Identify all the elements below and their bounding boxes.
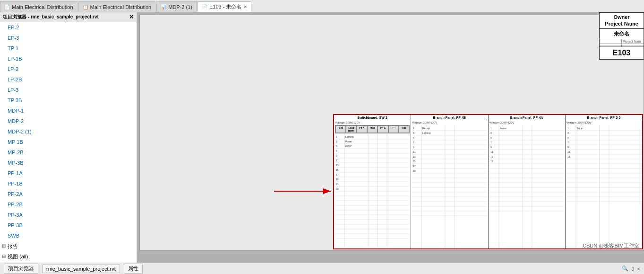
sidebar-item-tp3b[interactable]: TP 3B (0, 95, 137, 106)
sidebar-item-pp1a[interactable]: PP-1A (0, 168, 137, 178)
sidebar-item-pp3b[interactable]: PP-3B (0, 220, 137, 230)
svg-text:5: 5 (413, 136, 414, 139)
svg-rect-110 (567, 125, 641, 248)
csdn-watermark: CSDN @极客BIM工作室 (583, 242, 639, 249)
sidebar-item-lp2b[interactable]: LP-2B (0, 74, 137, 85)
svg-text:7: 7 (336, 150, 337, 152)
status-tab-browser[interactable]: 项目浏览器 (4, 264, 38, 274)
tab-close-button[interactable]: ✕ (243, 4, 247, 9)
title-block-unnamed: 未命名 (600, 29, 644, 39)
svg-text:9: 9 (490, 146, 492, 149)
sidebar-item-ep2[interactable]: EP-2 (0, 22, 137, 33)
panel-pp4b-data: 1 Recept. 3 Lighting 5 7 9 11 13 15 17 1… (412, 125, 487, 248)
sidebar-item-mdp1[interactable]: MDP-1 (0, 106, 137, 116)
svg-text:Power: Power (345, 140, 352, 143)
svg-text:19: 19 (336, 178, 339, 181)
tab-icon-1: 📄 (4, 4, 10, 9)
drawing-canvas: Owner Project Name 未命名 Project Nam E103 (137, 12, 644, 263)
svg-text:15: 15 (413, 160, 416, 163)
svg-text:11: 11 (336, 159, 339, 162)
sidebar-item-pp3a[interactable]: PP-3A (0, 210, 137, 220)
svg-text:3: 3 (336, 140, 337, 143)
panel-schedules-area: Switchboard: SW-2 Voltage: 208V/120V Ckt… (333, 114, 643, 249)
svg-text:Lighting: Lighting (345, 135, 354, 138)
sidebar-content[interactable]: EP-2 EP-3 TP 1 LP-1B LP-2 LP-2B LP-3 TP … (0, 22, 137, 263)
status-tab-file[interactable]: rme_basic_sample_project.rvt (42, 265, 120, 273)
svg-text:11: 11 (490, 150, 493, 153)
panel-pp50-subtitle: Voltage: 208V/120V (567, 121, 641, 124)
svg-text:13: 13 (490, 155, 493, 158)
svg-text:5: 5 (336, 145, 337, 148)
svg-text:9: 9 (336, 154, 337, 157)
panel-pp4a-title: Branch Panel: PP-4A (489, 116, 564, 120)
sidebar-group-reports[interactable]: ⊞ 报告 (0, 241, 137, 251)
svg-text:13: 13 (336, 164, 339, 167)
svg-text:21: 21 (336, 183, 339, 186)
sidebar-title: 项目浏览器 - rme_basic_sample_project.rvt (3, 14, 99, 20)
svg-rect-79 (489, 125, 564, 248)
sidebar-item-pp1b[interactable]: PP-1B (0, 178, 137, 189)
svg-text:7: 7 (567, 141, 569, 144)
sidebar-item-mp3b[interactable]: MP-3B (0, 158, 137, 168)
sidebar-item-swb[interactable]: SWB (0, 230, 137, 241)
svg-rect-44 (412, 125, 487, 248)
status-icons: 🔍 9 < (622, 265, 640, 272)
title-block-owner: Owner Project Name (600, 13, 644, 29)
status-tab-properties[interactable]: 属性 (124, 264, 143, 274)
chevron-left-icon[interactable]: < (637, 266, 640, 272)
svg-text:Equip.: Equip. (577, 127, 584, 130)
svg-text:23: 23 (336, 187, 339, 190)
sidebar-item-mp2b[interactable]: MP-2B (0, 147, 137, 158)
svg-text:HVAC: HVAC (345, 145, 352, 148)
sidebar-item-lp1b[interactable]: LP-1B (0, 53, 137, 64)
svg-text:9: 9 (567, 146, 569, 149)
tab-e103[interactable]: 📄 E103 - 未命名 ✕ (197, 1, 251, 12)
tab-icon-4: 📄 (202, 4, 207, 9)
tab-main-elec-1[interactable]: 📄 Main Electrical Distribution (0, 1, 77, 12)
sidebar-group-views-all[interactable]: ⊟ 视图 (all) (0, 251, 137, 262)
panel-sw2-table: Ckt Load Name Ph A Ph B Ph C P Rat (335, 125, 410, 133)
panel-sw2-title: Switchboard: SW-2 (335, 116, 410, 120)
tab-mdp2[interactable]: 📊 MDP-2 (1) (156, 1, 197, 12)
sidebar-item-ep3[interactable]: EP-3 (0, 33, 137, 43)
svg-text:5: 5 (490, 136, 492, 139)
sidebar-item-mdp2-1[interactable]: MDP-2 (1) (0, 126, 137, 137)
svg-text:5: 5 (567, 136, 569, 139)
svg-text:1: 1 (567, 127, 569, 130)
status-bar: 项目浏览器 rme_basic_sample_project.rvt 属性 🔍 … (0, 263, 644, 274)
zoom-icon[interactable]: 🔍 (622, 265, 628, 272)
sidebar-close-icon[interactable]: ✕ (129, 14, 134, 20)
svg-text:1: 1 (336, 135, 337, 138)
sidebar-item-pp2a[interactable]: PP-2A (0, 189, 137, 199)
svg-text:3: 3 (567, 132, 569, 134)
sidebar-item-lp2[interactable]: LP-2 (0, 64, 137, 74)
expand-views-icon: ⊟ (2, 252, 6, 261)
panel-pp4a-data: 1 Power 3 5 7 9 11 13 15 (489, 125, 564, 248)
sidebar: 项目浏览器 - rme_basic_sample_project.rvt ✕ E… (0, 12, 137, 263)
sidebar-item-tp1[interactable]: TP 1 (0, 43, 137, 53)
sidebar-item-pp2b[interactable]: PP-2B (0, 199, 137, 210)
panel-pp50-data: 1 Equip. 3 5 7 9 11 13 (567, 125, 641, 248)
svg-text:13: 13 (567, 155, 570, 158)
title-block-cell4 (622, 45, 644, 46)
svg-text:7: 7 (490, 141, 492, 144)
svg-text:Lighting: Lighting (422, 132, 431, 134)
sidebar-item-mdp2[interactable]: MDP-2 (0, 116, 137, 126)
svg-text:17: 17 (413, 165, 416, 168)
panel-sw2-subtitle: Voltage: 208V/120V (335, 121, 410, 124)
sidebar-item-lp3[interactable]: LP-3 (0, 85, 137, 95)
svg-text:9: 9 (413, 146, 414, 149)
svg-text:11: 11 (413, 150, 416, 153)
panels-row: Switchboard: SW-2 Voltage: 208V/120V Ckt… (334, 115, 642, 248)
red-arrow-container (274, 186, 335, 196)
panel-pp4b: Branch Panel: PP-4B Voltage: 208V/120V (411, 115, 488, 248)
svg-text:15: 15 (490, 160, 493, 163)
tab-icon-2: 📋 (83, 4, 88, 9)
svg-text:15: 15 (336, 168, 339, 171)
svg-text:Recept.: Recept. (422, 127, 430, 130)
sidebar-item-mp1b[interactable]: MP 1B (0, 137, 137, 147)
svg-text:17: 17 (336, 173, 339, 176)
tab-main-elec-2[interactable]: 📋 Main Electrical Distribution (78, 1, 156, 12)
svg-text:1: 1 (490, 127, 492, 130)
title-block-field1 (600, 39, 622, 44)
